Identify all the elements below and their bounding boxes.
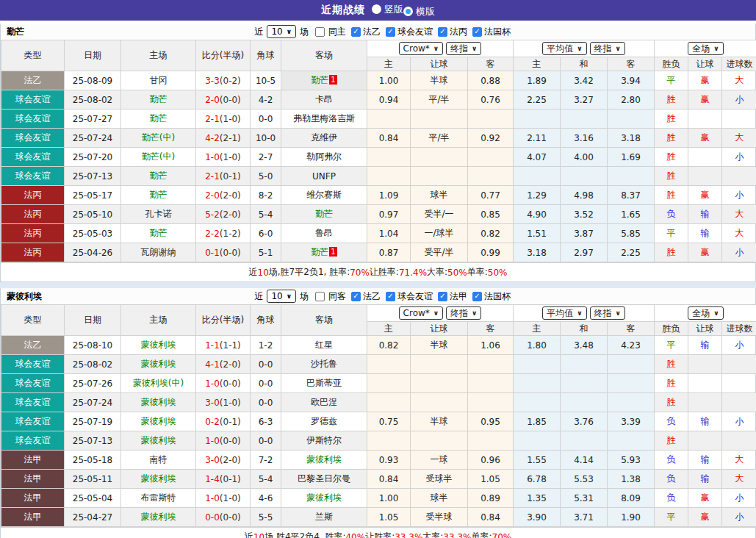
team-name: 蒙彼利埃 bbox=[7, 290, 42, 303]
chevron-down-icon: ∨ bbox=[577, 309, 582, 317]
summary-segment: 50% bbox=[488, 268, 508, 278]
away-team: UNFP bbox=[281, 167, 367, 186]
avg-home: 2.25 bbox=[514, 90, 561, 110]
same-venue-checkbox[interactable] bbox=[315, 27, 325, 37]
summary-segment: 近 bbox=[245, 531, 253, 538]
odds-company-select-value: Crow* bbox=[403, 43, 430, 54]
league-filter-checkbox[interactable]: ✓ bbox=[472, 292, 482, 301]
league-filter-label: 法甲 bbox=[450, 290, 467, 303]
recent-count-select[interactable]: 10∨ bbox=[267, 25, 296, 38]
home-team: 蒙彼利埃(中) bbox=[121, 374, 196, 393]
result-handicap: 输 bbox=[688, 224, 722, 243]
result-handicap: 输 bbox=[688, 205, 722, 224]
home-team-name: 蒙彼利埃 bbox=[141, 340, 176, 350]
home-team: 南特 bbox=[121, 451, 196, 470]
league-filter-checkbox[interactable]: ✓ bbox=[438, 292, 447, 301]
odds-handicap: 半球 bbox=[411, 412, 468, 431]
league-filter-checkbox[interactable]: ✓ bbox=[351, 292, 361, 301]
league-badge: 法丙 bbox=[1, 224, 65, 243]
average-select[interactable]: 平均值∨ bbox=[542, 306, 586, 320]
scope-sub-header: 让球 bbox=[688, 57, 722, 71]
recent-count-select[interactable]: 10∨ bbox=[267, 290, 296, 303]
away-team: 巴黎圣日尔曼 bbox=[281, 470, 367, 489]
same-venue-checkbox[interactable] bbox=[315, 292, 325, 301]
home-team: 勤芒(中) bbox=[121, 129, 196, 148]
match-date: 25-05-03 bbox=[65, 224, 121, 243]
odds-company-select[interactable]: Crow*∨ bbox=[399, 306, 444, 320]
result-goals: 小 bbox=[722, 148, 756, 167]
league-badge: 球会友谊 bbox=[1, 393, 65, 412]
avg-home: 1.85 bbox=[514, 412, 561, 431]
match-score: 3-0(1-0) bbox=[196, 393, 251, 412]
away-team-name: 欧巴涅 bbox=[311, 397, 337, 407]
league-badge: 球会友谊 bbox=[1, 374, 65, 393]
odds-handicap: 球半 bbox=[411, 489, 468, 508]
result-goals: 大 bbox=[722, 224, 756, 243]
avg-sub-header: 客 bbox=[608, 322, 655, 336]
avg-away bbox=[608, 393, 655, 412]
average-select[interactable]: 平均值∨ bbox=[542, 42, 586, 55]
match-score: 0-0(0-0) bbox=[196, 508, 251, 527]
away-team-name: 维尔赛斯 bbox=[306, 190, 342, 200]
result-outcome: 负 bbox=[655, 451, 688, 470]
avg-draw bbox=[561, 167, 608, 186]
scope-select[interactable]: 全场∨ bbox=[688, 42, 723, 55]
match-score: 2-1(0-1) bbox=[196, 167, 251, 186]
full-time-score: 0-1 bbox=[205, 248, 220, 258]
home-team-name: 勤芒 bbox=[150, 190, 168, 200]
result-outcome: 胜 bbox=[655, 167, 688, 186]
home-team-name: 勤芒 bbox=[150, 94, 168, 104]
summary-segment: 70% bbox=[492, 532, 512, 538]
league-filter-checkbox[interactable]: ✓ bbox=[351, 27, 361, 37]
match-score: 1-0(0-0) bbox=[196, 431, 251, 451]
table-row: 球会友谊25-07-13蒙彼利埃1-0(0-0)0-0伊斯特尔胜 bbox=[1, 431, 756, 451]
avg-home bbox=[514, 355, 561, 374]
odds-company-select[interactable]: Crow*∨ bbox=[399, 42, 444, 55]
team-recent-results-section: 勤芒近10∨场同主✓法乙✓球会友谊✓法丙✓法国杯类型日期主场比分(半场)角球客场… bbox=[0, 24, 756, 282]
avg-draw: 3.76 bbox=[561, 412, 608, 431]
match-date: 25-07-19 bbox=[65, 412, 121, 431]
corner-score: 2-7 bbox=[251, 148, 281, 167]
full-time-score: 3-0 bbox=[205, 398, 220, 408]
league-filter-checkbox[interactable]: ✓ bbox=[472, 27, 482, 37]
home-team: 孔卡诺 bbox=[121, 205, 196, 224]
result-handicap bbox=[688, 355, 722, 374]
league-badge: 法乙 bbox=[1, 336, 65, 355]
avg-sub-header: 主 bbox=[514, 322, 561, 336]
corner-score: 5-5 bbox=[251, 508, 281, 527]
result-goals bbox=[722, 374, 756, 393]
radio-horizontal[interactable]: 横版 bbox=[403, 5, 435, 18]
league-badge: 法乙 bbox=[1, 71, 65, 90]
odds-home: 1.04 bbox=[367, 224, 411, 243]
odds-home: 1.05 bbox=[367, 508, 411, 527]
near-label: 近 bbox=[254, 26, 263, 38]
odds-home bbox=[367, 148, 411, 167]
half-time-score: (1-0) bbox=[220, 398, 241, 408]
scope-select[interactable]: 全场∨ bbox=[688, 306, 723, 320]
home-team: 勤芒 bbox=[121, 224, 196, 243]
avg-draw: 4.14 bbox=[561, 451, 608, 470]
odds-stage-select[interactable]: 终指∨ bbox=[446, 306, 481, 320]
header-group-row: 类型日期主场比分(半场)角球客场Crow*∨终指∨平均值∨终指∨全场∨ bbox=[1, 305, 756, 322]
radio-vertical[interactable]: 竖版 bbox=[372, 3, 403, 16]
home-team-name: 勤芒 bbox=[150, 228, 168, 238]
corner-score: 0-0 bbox=[251, 374, 281, 393]
home-team: 勤芒 bbox=[121, 90, 196, 110]
home-team: 蒙彼利埃 bbox=[121, 355, 196, 374]
league-badge: 球会友谊 bbox=[1, 412, 65, 431]
result-goals: 小 bbox=[722, 336, 756, 355]
average-stage-select[interactable]: 终指∨ bbox=[590, 42, 625, 55]
avg-away: 1.69 bbox=[608, 148, 655, 167]
league-filter-checkbox[interactable]: ✓ bbox=[386, 292, 395, 301]
match-date: 25-08-02 bbox=[65, 90, 121, 110]
red-card-badge: 1 bbox=[329, 247, 336, 257]
average-select-value: 平均值 bbox=[547, 43, 573, 55]
corner-score: 10-5 bbox=[251, 71, 281, 90]
odds-stage-select[interactable]: 终指∨ bbox=[446, 42, 481, 55]
league-filter-checkbox[interactable]: ✓ bbox=[386, 27, 395, 37]
average-stage-select[interactable]: 终指∨ bbox=[590, 306, 625, 320]
corner-score: 7-2 bbox=[251, 451, 281, 470]
match-date: 25-08-02 bbox=[65, 355, 121, 374]
league-filter-checkbox[interactable]: ✓ bbox=[438, 27, 447, 37]
result-handicap bbox=[688, 431, 722, 451]
